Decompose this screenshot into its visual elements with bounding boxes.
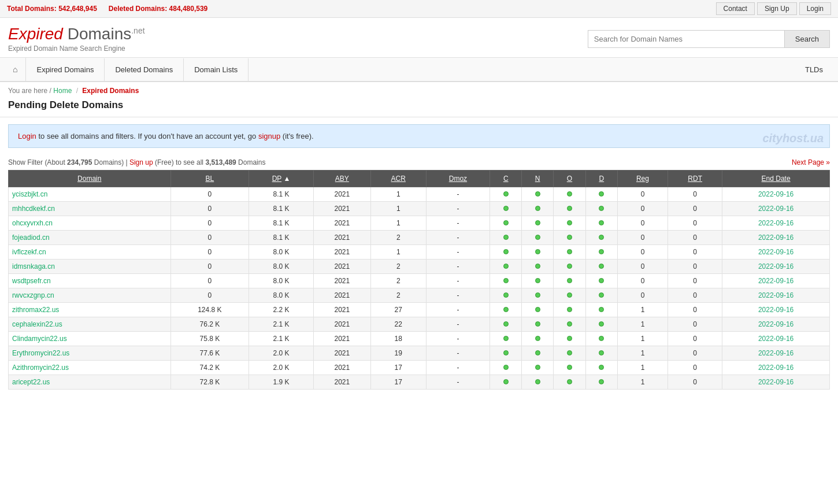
status-dot xyxy=(599,235,604,240)
bl-cell: 0 xyxy=(170,187,249,202)
signup-button[interactable]: Sign Up xyxy=(757,2,797,15)
breadcrumb-home[interactable]: Home xyxy=(53,87,72,95)
nav-tab-lists[interactable]: Domain Lists xyxy=(184,58,249,81)
c-cell xyxy=(490,303,522,317)
reg-cell: 1 xyxy=(617,375,668,390)
domain-link[interactable]: ivflczekf.cn xyxy=(12,248,46,256)
d-cell xyxy=(585,361,617,375)
reg-cell: 1 xyxy=(617,346,668,361)
col-acr[interactable]: ACR xyxy=(370,171,426,187)
table-row: ivflczekf.cn 0 8.0 K 2021 1 - 0 0 2022-0… xyxy=(9,245,830,260)
d-cell xyxy=(585,231,617,245)
dmoz-cell: - xyxy=(426,317,490,332)
nav-tab-deleted[interactable]: Deleted Domains xyxy=(105,58,184,81)
n-cell xyxy=(522,231,554,245)
o-cell xyxy=(554,288,586,303)
status-dot xyxy=(503,220,509,225)
aby-cell: 2021 xyxy=(313,317,370,332)
breadcrumb-current: Expired Domains xyxy=(82,87,139,95)
filter-info: Show Filter (About 234,795 Domains) | Si… xyxy=(8,158,265,166)
dp-cell: 2.0 K xyxy=(249,361,314,375)
dp-cell: 2.1 K xyxy=(249,332,314,346)
domain-cell: Erythromycin22.us xyxy=(9,346,171,361)
col-domain[interactable]: Domain xyxy=(9,171,171,187)
domain-link[interactable]: rwvcxzgnp.cn xyxy=(12,291,54,299)
rdt-cell: 0 xyxy=(668,361,722,375)
o-cell xyxy=(554,274,586,288)
status-dot xyxy=(599,264,604,269)
o-cell xyxy=(554,346,586,361)
domain-link[interactable]: wsdtpsefr.cn xyxy=(12,277,51,285)
col-n[interactable]: N xyxy=(522,171,554,187)
col-reg[interactable]: Reg xyxy=(617,171,668,187)
o-cell xyxy=(554,317,586,332)
col-dp[interactable]: DP ▲ xyxy=(249,171,314,187)
domain-link[interactable]: aricept22.us xyxy=(12,378,50,386)
signup-link[interactable]: signup xyxy=(258,132,280,140)
col-d[interactable]: D xyxy=(585,171,617,187)
reg-cell: 1 xyxy=(617,303,668,317)
dp-cell: 1.9 K xyxy=(249,375,314,390)
search-button[interactable]: Search xyxy=(784,30,830,48)
col-aby[interactable]: ABY xyxy=(313,171,370,187)
show-filter-link[interactable]: Show Filter xyxy=(8,158,43,166)
col-o[interactable]: O xyxy=(554,171,586,187)
domain-link[interactable]: zithromax22.us xyxy=(12,306,59,314)
domain-link[interactable]: Azithromycin22.us xyxy=(12,364,69,372)
reg-cell: 0 xyxy=(617,202,668,216)
c-cell xyxy=(490,187,522,202)
status-dot xyxy=(535,278,540,283)
next-page-anchor[interactable]: Next Page » xyxy=(792,158,830,166)
domain-link[interactable]: Erythromycin22.us xyxy=(12,349,69,357)
d-cell xyxy=(585,303,617,317)
acr-cell: 2 xyxy=(370,274,426,288)
status-dot xyxy=(535,220,540,225)
domain-link[interactable]: mhhcdkekf.cn xyxy=(12,205,55,213)
table-row: aricept22.us 72.8 K 1.9 K 2021 17 - 1 0 … xyxy=(9,375,830,390)
search-input[interactable] xyxy=(588,30,784,48)
nav-home[interactable]: ⌂ xyxy=(5,58,26,81)
domain-link[interactable]: fojeadiod.cn xyxy=(12,234,50,242)
d-cell xyxy=(585,274,617,288)
col-enddate[interactable]: End Date xyxy=(722,171,830,187)
o-cell xyxy=(554,202,586,216)
table-row: cephalexin22.us 76.2 K 2.1 K 2021 22 - 1… xyxy=(9,317,830,332)
domain-link[interactable]: Clindamycin22.us xyxy=(12,335,67,343)
o-cell xyxy=(554,231,586,245)
domain-link[interactable]: idmsnkaga.cn xyxy=(12,262,55,270)
contact-button[interactable]: Contact xyxy=(716,2,755,15)
login-button[interactable]: Login xyxy=(799,2,831,15)
dp-cell: 8.0 K xyxy=(249,288,314,303)
total-label: Total Domains: xyxy=(7,5,57,13)
o-cell xyxy=(554,361,586,375)
domain-link[interactable]: ohcxyvrxh.cn xyxy=(12,219,53,227)
filter-signup-link[interactable]: Sign up xyxy=(129,158,153,166)
status-dot xyxy=(599,307,604,312)
col-dmoz[interactable]: Dmoz xyxy=(426,171,490,187)
domain-link[interactable]: yciszbjkt.cn xyxy=(12,190,47,198)
col-bl[interactable]: BL xyxy=(170,171,249,187)
total-domains-stat: Total Domains: 542,648,945 xyxy=(7,5,97,13)
status-dot xyxy=(535,379,540,384)
status-dot xyxy=(535,365,540,370)
aby-cell: 2021 xyxy=(313,375,370,390)
aby-cell: 2021 xyxy=(313,216,370,231)
dmoz-cell: - xyxy=(426,288,490,303)
nav-tab-expired[interactable]: Expired Domains xyxy=(26,58,105,81)
domain-link[interactable]: cephalexin22.us xyxy=(12,320,62,328)
reg-cell: 1 xyxy=(617,317,668,332)
filter-domains-label: Domains xyxy=(238,158,265,166)
col-rdt[interactable]: RDT xyxy=(668,171,722,187)
logo-net: .net xyxy=(131,26,144,35)
dmoz-cell: - xyxy=(426,274,490,288)
col-c[interactable]: C xyxy=(490,171,522,187)
aby-cell: 2021 xyxy=(313,245,370,260)
nav-tlds[interactable]: TLDs xyxy=(795,58,833,81)
login-link[interactable]: Login xyxy=(18,132,36,140)
status-dot xyxy=(535,249,540,254)
status-dot xyxy=(535,321,540,327)
d-cell xyxy=(585,332,617,346)
nav-bar: ⌂ Expired Domains Deleted Domains Domain… xyxy=(0,58,838,82)
status-dot xyxy=(567,249,572,254)
logo-title: Expired Domains.net xyxy=(8,25,145,43)
